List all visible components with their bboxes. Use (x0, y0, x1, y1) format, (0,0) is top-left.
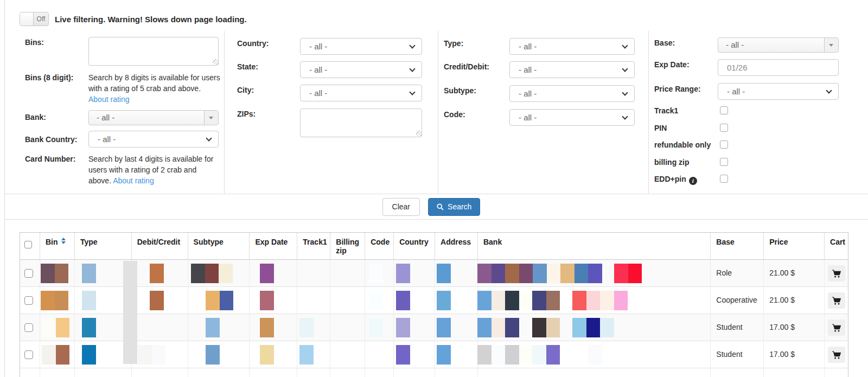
toggle-handle[interactable] (20, 12, 34, 25)
cell-cart (824, 314, 848, 341)
filter-divider-2 (438, 31, 438, 194)
censored-data-block (205, 264, 219, 283)
column-header-track1: Track1 (297, 233, 330, 259)
censored-data-block (492, 264, 506, 283)
bins8-note: Search by 8 digits is available for user… (88, 72, 221, 105)
censored-data-block (492, 345, 506, 365)
add-to-cart-button[interactable] (828, 347, 845, 363)
cell (249, 368, 297, 377)
pin-label: PIN (654, 124, 667, 132)
credit-debit-select-value: - all - (519, 65, 537, 74)
subtype-select-value: - all - (519, 89, 537, 98)
column-header-label: Bin (46, 238, 58, 246)
city-select[interactable]: - all - (300, 85, 422, 101)
censored-data-block (82, 345, 96, 365)
code-select[interactable]: - all - (509, 109, 635, 126)
chevron-down-icon (409, 66, 415, 72)
add-to-cart-button[interactable] (828, 292, 845, 309)
exp-date-input[interactable] (718, 59, 839, 76)
about-rating-link-2[interactable]: About rating (113, 176, 154, 185)
row-checkbox[interactable] (24, 350, 33, 359)
bank-label: Bank: (25, 113, 46, 122)
add-to-cart-button[interactable] (828, 320, 845, 336)
cell-select (20, 314, 40, 341)
cell-select (20, 260, 40, 286)
price-range-select[interactable]: - all - (718, 83, 839, 100)
type-select[interactable]: - all - (509, 38, 635, 55)
refundable-only-checkbox[interactable] (720, 140, 728, 149)
cell-cart (824, 341, 848, 368)
censored-data-block (369, 318, 383, 337)
censored-vertical-bar (123, 261, 137, 364)
censored-data-block (532, 291, 546, 310)
select-all-checkbox[interactable] (24, 241, 32, 248)
base-select-value: - all - (726, 40, 744, 49)
resize-grip-icon[interactable] (416, 131, 422, 136)
info-icon[interactable] (689, 177, 697, 185)
about-rating-link-1[interactable]: About rating (88, 95, 130, 104)
edd-pin-checkbox[interactable] (720, 175, 728, 183)
censored-data-block (56, 345, 70, 365)
bins-label: Bins: (25, 38, 44, 47)
billing-zip-checkbox[interactable] (720, 158, 728, 166)
censored-data-block (477, 345, 492, 365)
subtype-select[interactable]: - all - (509, 85, 635, 102)
cell (710, 368, 763, 377)
column-header-label: Debit/Credit (137, 238, 180, 246)
country-select-value: - all - (309, 42, 327, 51)
censored-data-block (42, 318, 56, 337)
column-header-label: Billing zip (336, 238, 359, 255)
censored-data-block (600, 318, 614, 337)
live-filtering-toggle[interactable]: Off (20, 12, 49, 26)
bins-textarea[interactable] (88, 37, 219, 66)
censored-data-block (396, 345, 410, 365)
censored-data-block (191, 264, 205, 283)
resize-grip-icon[interactable] (213, 59, 218, 65)
page-left-divider (4, 0, 5, 377)
zips-textarea[interactable] (300, 108, 422, 137)
censored-data-block (437, 264, 451, 283)
credit-debit-select[interactable]: - all - (509, 61, 635, 78)
clear-button[interactable]: Clear (382, 198, 420, 216)
add-to-cart-button[interactable] (828, 265, 845, 282)
type-select-value: - all - (519, 42, 537, 51)
cell-select (20, 287, 40, 314)
search-button[interactable]: Search (428, 198, 480, 216)
track1-checkbox[interactable] (720, 106, 728, 114)
filter-divider-1 (224, 31, 225, 194)
column-header-base: Base (710, 233, 763, 259)
cell (365, 368, 393, 377)
row-checkbox[interactable] (24, 323, 33, 332)
bank-select[interactable]: - all - (88, 110, 219, 125)
column-header-debit_credit: Debit/Credit (131, 233, 188, 259)
column-header-bin[interactable]: Bin (40, 233, 74, 259)
bins8-note-text: Search by 8 digits is available for user… (88, 73, 220, 93)
row-checkbox[interactable] (24, 296, 33, 305)
sort-icon[interactable] (61, 238, 66, 244)
table-row: Student17.00 $ (20, 341, 848, 368)
cell-track1 (297, 260, 330, 286)
censored-data-block (82, 291, 96, 310)
dropdown-arrow-icon[interactable] (824, 38, 838, 52)
country-label: Country: (237, 39, 269, 48)
country-select[interactable]: - all - (300, 38, 422, 55)
pin-checkbox[interactable] (720, 124, 728, 132)
zips-label: ZIPs: (237, 110, 256, 118)
column-header-price: Price (763, 233, 824, 259)
bank-country-select[interactable]: - all - (88, 131, 219, 148)
censored-data-block (628, 264, 642, 283)
cell-price: 21.00 $ (763, 260, 824, 286)
censored-data-block (533, 264, 547, 283)
price-range-select-value: - all - (727, 87, 745, 96)
cell-base: Student (710, 314, 763, 341)
cart-icon (832, 270, 841, 278)
dropdown-arrow-icon[interactable] (204, 111, 218, 125)
chevron-down-icon (622, 90, 628, 95)
card-number-note: Search by last 4 digits is available for… (88, 154, 221, 186)
cell (40, 368, 74, 377)
censored-data-block (82, 264, 96, 283)
censored-data-block (614, 291, 628, 310)
state-select[interactable]: - all - (300, 61, 422, 78)
row-checkbox[interactable] (24, 269, 33, 278)
base-select[interactable]: - all - (718, 37, 839, 53)
